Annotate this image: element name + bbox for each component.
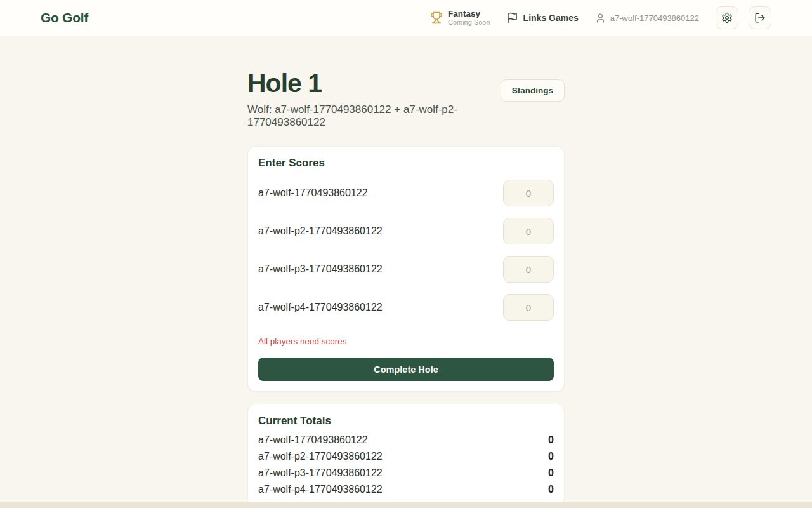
- score-row: a7-wolf-p2-1770493860122: [258, 218, 554, 244]
- score-input-player-3[interactable]: [503, 256, 554, 283]
- current-totals-heading: Current Totals: [258, 415, 554, 427]
- score-row: a7-wolf-p3-1770493860122: [258, 256, 554, 283]
- trophy-icon: [430, 11, 443, 24]
- score-row: a7-wolf-1770493860122: [258, 180, 554, 206]
- score-row: a7-wolf-p4-1770493860122: [258, 294, 554, 321]
- nav-item-fantasy[interactable]: Fantasy Coming Soon: [430, 9, 490, 27]
- total-value: 0: [548, 481, 554, 498]
- total-row: a7-wolf-p2-1770493860122 0: [258, 448, 554, 465]
- page-title: Hole 1: [247, 69, 501, 98]
- total-player-name: a7-wolf-p3-1770493860122: [258, 465, 383, 481]
- current-totals-card: Current Totals a7-wolf-1770493860122 0 a…: [247, 404, 565, 507]
- total-value: 0: [548, 448, 554, 465]
- total-player-name: a7-wolf-1770493860122: [258, 432, 368, 448]
- user-icon: [595, 13, 606, 23]
- gear-icon: [721, 12, 733, 23]
- total-player-name: a7-wolf-p4-1770493860122: [258, 481, 383, 498]
- score-input-player-1[interactable]: [503, 180, 554, 206]
- wolf-subtitle: Wolf: a7-wolf-1770493860122 + a7-wolf-p2…: [247, 104, 501, 129]
- score-input-player-2[interactable]: [503, 218, 554, 244]
- total-row: a7-wolf-1770493860122 0: [258, 432, 554, 448]
- logout-icon: [754, 12, 766, 23]
- complete-hole-button[interactable]: Complete Hole: [258, 358, 554, 381]
- nav-item-links-games[interactable]: Links Games: [507, 12, 579, 23]
- validation-error: All players need scores: [258, 337, 554, 346]
- logout-button[interactable]: [749, 6, 771, 29]
- footer-strip: [0, 502, 812, 508]
- total-row: a7-wolf-p3-1770493860122 0: [258, 465, 554, 481]
- total-value: 0: [548, 432, 554, 448]
- nav-user: a7-wolf-1770493860122: [595, 13, 699, 23]
- main-content: Hole 1 Wolf: a7-wolf-1770493860122 + a7-…: [247, 36, 565, 507]
- enter-scores-heading: Enter Scores: [258, 157, 554, 170]
- player-name: a7-wolf-p3-1770493860122: [258, 264, 383, 275]
- enter-scores-card: Enter Scores a7-wolf-1770493860122 a7-wo…: [247, 146, 565, 392]
- username-label: a7-wolf-1770493860122: [610, 13, 699, 23]
- score-input-player-4[interactable]: [503, 294, 554, 321]
- navbar-right: Fantasy Coming Soon Links Games a7-wolf-…: [430, 6, 771, 29]
- settings-button[interactable]: [716, 6, 738, 29]
- fantasy-label: Fantasy: [448, 9, 490, 19]
- player-name: a7-wolf-1770493860122: [258, 187, 368, 199]
- total-player-name: a7-wolf-p2-1770493860122: [258, 448, 383, 465]
- total-value: 0: [548, 465, 554, 481]
- links-games-label: Links Games: [523, 13, 579, 23]
- player-name: a7-wolf-p2-1770493860122: [258, 225, 383, 237]
- total-row: a7-wolf-p4-1770493860122 0: [258, 481, 554, 498]
- flag-icon: [507, 12, 518, 23]
- player-name: a7-wolf-p4-1770493860122: [258, 302, 383, 313]
- standings-button[interactable]: Standings: [501, 79, 565, 102]
- title-row: Hole 1 Wolf: a7-wolf-1770493860122 + a7-…: [247, 69, 565, 129]
- fantasy-sublabel: Coming Soon: [448, 18, 490, 27]
- top-navbar: Go Golf Fantasy Coming Soon: [0, 0, 812, 36]
- app-logo[interactable]: Go Golf: [41, 10, 88, 25]
